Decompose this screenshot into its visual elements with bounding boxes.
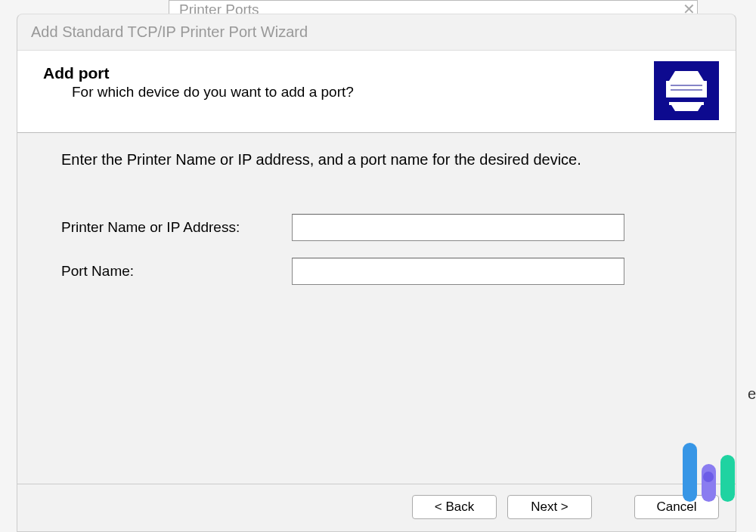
svg-rect-3	[669, 102, 704, 105]
svg-rect-1	[666, 81, 707, 97]
next-button[interactable]: Next >	[507, 495, 592, 519]
wizard-body: Enter the Printer Name or IP address, an…	[17, 133, 736, 484]
svg-marker-4	[671, 105, 702, 111]
printer-icon	[654, 61, 719, 120]
printer-name-input[interactable]	[292, 214, 624, 241]
back-button[interactable]: < Back	[412, 495, 497, 519]
port-name-input[interactable]	[292, 258, 624, 285]
wizard-header: Add port For which device do you want to…	[17, 50, 736, 133]
wizard-header-text: Add port For which device do you want to…	[43, 61, 354, 101]
instruction-text: Enter the Printer Name or IP address, an…	[61, 151, 690, 169]
watermark-logo	[683, 443, 735, 502]
wizard-header-title: Add port	[43, 64, 354, 82]
watermark-bar-icon	[702, 464, 716, 502]
printer-name-label: Printer Name or IP Address:	[61, 219, 292, 236]
port-name-row: Port Name:	[61, 258, 690, 285]
wizard-footer: < Back Next > Cancel	[17, 484, 736, 531]
wizard-header-subtitle: For which device do you want to add a po…	[72, 84, 354, 101]
watermark-bar-icon	[720, 455, 735, 502]
dialog-titlebar: Add Standard TCP/IP Printer Port Wizard	[17, 14, 736, 50]
stray-text: e	[748, 385, 756, 403]
svg-rect-2	[666, 97, 707, 102]
dialog-title: Add Standard TCP/IP Printer Port Wizard	[31, 23, 308, 41]
svg-marker-0	[669, 71, 704, 81]
port-name-label: Port Name:	[61, 263, 292, 280]
printer-name-row: Printer Name or IP Address:	[61, 214, 690, 241]
wizard-dialog: Add Standard TCP/IP Printer Port Wizard …	[17, 14, 736, 532]
watermark-bar-icon	[683, 443, 697, 502]
